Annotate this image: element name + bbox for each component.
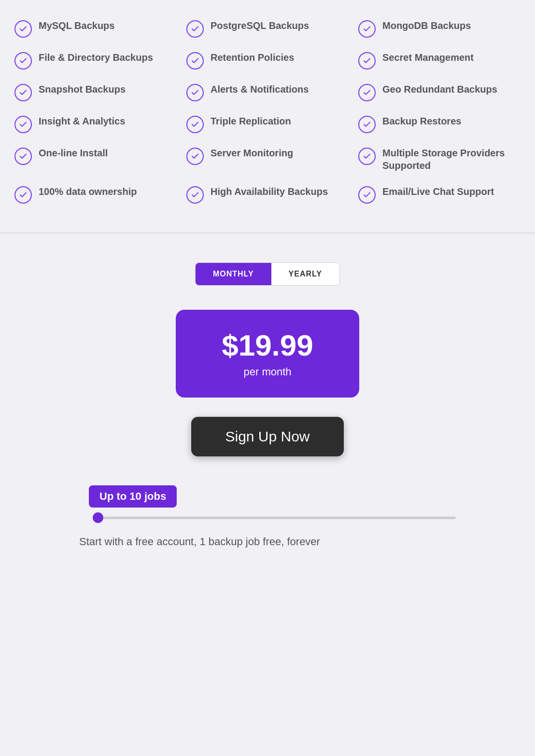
feature-label: High Availability Backups	[211, 185, 328, 198]
price-amount: $19.99	[214, 329, 321, 362]
slider-dot[interactable]	[93, 512, 103, 523]
check-icon	[186, 148, 204, 165]
feature-label: Email/Live Chat Support	[382, 185, 494, 198]
feature-item: Insight & Analytics	[14, 115, 177, 133]
check-icon	[358, 148, 376, 165]
feature-label: Insight & Analytics	[39, 115, 125, 127]
feature-item: High Availability Backups	[186, 185, 349, 204]
feature-item: PostgreSQL Backups	[186, 19, 349, 38]
feature-label: Triple Replication	[211, 115, 291, 127]
feature-item: One-line Install	[14, 147, 177, 172]
feature-item: 100% data ownership	[14, 185, 177, 204]
slider-line	[103, 517, 456, 519]
slider-section: Up to 10 jobs Start with a free account,…	[50, 485, 485, 548]
check-icon	[358, 20, 376, 38]
features-section: MySQL BackupsPostgreSQL BackupsMongoDB B…	[0, 0, 535, 233]
check-icon	[358, 52, 376, 69]
feature-label: Backup Restores	[382, 115, 461, 127]
check-icon	[14, 116, 32, 133]
feature-item: MongoDB Backups	[358, 19, 521, 38]
check-icon	[14, 148, 32, 165]
feature-item: Triple Replication	[186, 115, 349, 133]
monthly-toggle-btn[interactable]: MONTHLY	[196, 263, 271, 285]
slider-tooltip: Up to 10 jobs	[89, 485, 177, 508]
check-icon	[186, 52, 204, 69]
feature-label: MongoDB Backups	[382, 19, 471, 32]
feature-item: Email/Live Chat Support	[358, 185, 521, 204]
feature-item: Geo Redundant Backups	[358, 83, 521, 101]
feature-label: PostgreSQL Backups	[211, 19, 309, 32]
check-icon	[14, 84, 32, 101]
check-icon	[14, 52, 32, 69]
price-period: per month	[214, 366, 321, 378]
price-card: $19.99 per month	[176, 310, 359, 398]
feature-item: Retention Policies	[186, 51, 349, 69]
check-icon	[14, 20, 32, 38]
check-icon	[358, 116, 376, 133]
slider-track	[79, 512, 456, 526]
feature-label: Retention Policies	[211, 51, 294, 64]
check-icon	[14, 186, 32, 204]
feature-label: 100% data ownership	[39, 185, 137, 198]
feature-label: Secret Management	[382, 51, 474, 64]
feature-label: Server Monitoring	[211, 147, 293, 159]
feature-label: Alerts & Notifications	[211, 83, 309, 96]
feature-label: Snapshot Backups	[39, 83, 126, 96]
check-icon	[186, 20, 204, 38]
feature-label: One-line Install	[39, 147, 108, 159]
feature-item: File & Directory Backups	[14, 51, 177, 69]
feature-label: Geo Redundant Backups	[382, 83, 497, 96]
feature-item: Backup Restores	[358, 115, 521, 133]
features-grid: MySQL BackupsPostgreSQL BackupsMongoDB B…	[14, 19, 521, 204]
feature-label: MySQL Backups	[39, 19, 114, 32]
signup-button[interactable]: Sign Up Now	[191, 417, 343, 456]
check-icon	[186, 84, 204, 101]
feature-item: Server Monitoring	[186, 147, 349, 172]
check-icon	[186, 186, 204, 204]
feature-label: Multiple Storage Providers Supported	[382, 147, 521, 172]
feature-item: MySQL Backups	[14, 19, 177, 38]
pricing-section: MONTHLY YEARLY $19.99 per month Sign Up …	[0, 234, 535, 567]
yearly-toggle-btn[interactable]: YEARLY	[271, 263, 339, 285]
feature-item: Alerts & Notifications	[186, 83, 349, 101]
billing-toggle: MONTHLY YEARLY	[195, 262, 340, 286]
feature-item: Snapshot Backups	[14, 83, 177, 101]
check-icon	[358, 186, 376, 204]
slider-caption: Start with a free account, 1 backup job …	[79, 536, 320, 548]
feature-item: Secret Management	[358, 51, 521, 69]
check-icon	[358, 84, 376, 101]
feature-item: Multiple Storage Providers Supported	[358, 147, 521, 172]
check-icon	[186, 116, 204, 133]
feature-label: File & Directory Backups	[39, 51, 153, 64]
